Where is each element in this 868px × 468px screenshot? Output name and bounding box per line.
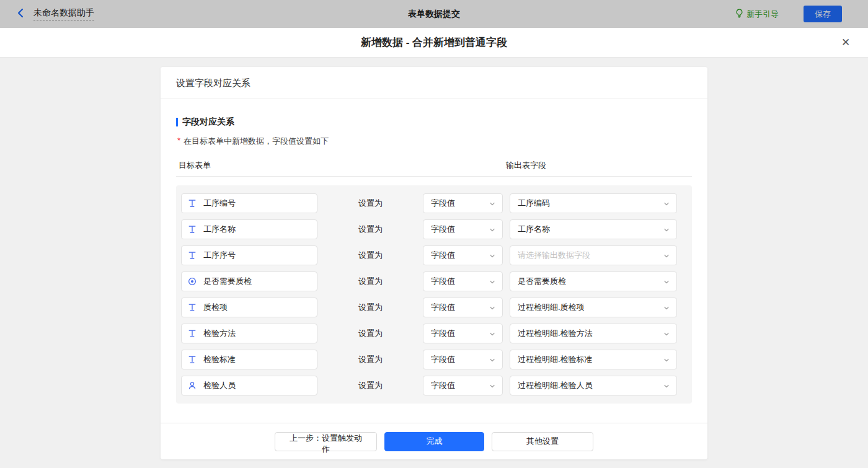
target-field-box[interactable]: 检验标准 [181,350,317,369]
target-field-label: 检验标准 [203,354,236,365]
value-mode-select[interactable]: 字段值 [423,376,503,395]
chevron-down-icon [663,305,670,311]
previous-step-button[interactable]: 上一步：设置触发动作 [275,432,377,451]
chevron-down-icon [489,253,495,259]
target-field-box[interactable]: 工序编号 [181,193,317,213]
value-mode-value: 字段值 [431,224,455,235]
column-output-fields: 输出表字段 [506,160,546,171]
set-as-label: 设置为 [358,224,383,235]
value-mode-value: 字段值 [431,354,455,365]
target-field-box[interactable]: 检验人员 [181,376,317,395]
value-mode-select[interactable]: 字段值 [423,350,503,369]
mapping-row: 质检项 设置为 字段值 过程检明细.质检项 [181,298,687,317]
value-mode-value: 字段值 [431,276,455,287]
value-mode-select[interactable]: 字段值 [423,193,503,213]
chevron-down-icon [489,357,495,363]
text-field-icon [188,329,197,338]
lightbulb-icon [735,9,743,20]
target-field-box[interactable]: 工序序号 [181,245,317,265]
column-headers: 目标表单 输出表字段 [176,160,692,170]
value-mode-select[interactable]: 字段值 [423,272,503,291]
chevron-down-icon [663,253,670,259]
text-field-icon [188,329,197,338]
mapping-row: 是否需要质检 设置为 字段值 是否需要质检 [181,272,687,291]
chevron-down-icon [489,331,495,337]
radio-field-icon [188,277,197,286]
output-field-select[interactable]: 是否需要质检 [510,272,677,291]
output-field-select[interactable]: 过程检明细.检验人员 [510,376,677,395]
chevron-down-icon [663,357,670,363]
chevron-down-icon [489,279,495,285]
top-app-bar: 未命名数据助手 表单数据提交 新手引导 保存 [0,0,868,28]
chevron-down-icon [663,331,670,337]
beginner-guide-label: 新手引导 [746,9,779,20]
section-accent-bar [176,118,178,126]
output-field-select[interactable]: 工序编码 [510,193,677,213]
output-field-value: 工序编码 [518,198,550,209]
target-field-box[interactable]: 工序名称 [181,219,317,239]
chevron-down-icon [663,383,670,389]
card-footer: 上一步：设置触发动作 完成 其他设置 [161,423,707,459]
output-field-select[interactable]: 工序名称 [510,219,677,239]
set-as-label: 设置为 [358,328,383,339]
section-title-label: 字段对应关系 [182,117,234,128]
beginner-guide-link[interactable]: 新手引导 [735,9,779,20]
target-field-label: 是否需要质检 [203,276,252,287]
value-mode-select[interactable]: 字段值 [423,219,503,239]
value-mode-value: 字段值 [431,250,455,261]
output-field-value: 过程检明细.质检项 [518,302,585,313]
set-as-label: 设置为 [358,250,383,261]
target-field-box[interactable]: 质检项 [181,298,317,317]
section-title: 字段对应关系 [176,117,692,128]
text-field-icon [188,251,197,260]
text-field-icon [188,355,197,364]
header-divider [176,176,692,177]
chevron-down-icon [663,279,670,285]
output-field-select[interactable]: 过程检明细.质检项 [510,298,677,317]
set-as-label: 设置为 [358,354,383,365]
output-field-select[interactable]: 请选择输出数据字段 [510,245,677,265]
target-field-box[interactable]: 检验方法 [181,324,317,343]
text-field-icon [188,199,197,208]
value-mode-value: 字段值 [431,302,455,313]
mapping-row: 检验方法 设置为 字段值 过程检明细.检验方法 [181,324,687,343]
save-button[interactable]: 保存 [804,6,842,22]
output-field-value: 过程检明细.检验方法 [518,328,593,339]
value-mode-select[interactable]: 字段值 [423,324,503,343]
chevron-down-icon [489,227,495,233]
target-field-label: 检验人员 [203,380,236,391]
target-field-label: 检验方法 [203,328,236,339]
modal-header: 新增数据 - 合并新增到普通字段 ✕ [0,28,868,58]
column-target-form: 目标表单 [179,160,211,171]
text-field-icon [188,225,197,234]
close-icon[interactable]: ✕ [839,37,852,49]
target-field-box[interactable]: 是否需要质检 [181,272,317,291]
finish-button[interactable]: 完成 [384,432,484,451]
chevron-down-icon [489,201,495,207]
value-mode-value: 字段值 [431,380,455,391]
mapping-row: 检验标准 设置为 字段值 过程检明细.检验标准 [181,350,687,369]
card-title: 设置字段对应关系 [161,67,707,99]
text-field-icon [188,225,197,234]
text-field-icon [188,303,197,312]
user-field-icon [188,381,197,390]
set-as-label: 设置为 [358,380,383,391]
set-as-label: 设置为 [358,276,383,287]
value-mode-select[interactable]: 字段值 [423,298,503,317]
output-field-select[interactable]: 过程检明细.检验标准 [510,350,677,369]
user-field-icon [188,381,197,390]
value-mode-value: 字段值 [431,198,455,209]
mapping-row: 工序序号 设置为 字段值 请选择输出数据字段 [181,245,687,265]
output-field-value: 过程检明细.检验人员 [518,380,593,391]
modal-body: 设置字段对应关系 字段对应关系 * 在目标表单中新增数据，字段值设置如下 目标表… [0,58,868,468]
value-mode-value: 字段值 [431,328,455,339]
text-field-icon [188,199,197,208]
target-field-label: 质检项 [203,302,228,313]
set-as-label: 设置为 [358,302,383,313]
mapping-row: 工序编号 设置为 字段值 工序编码 [181,193,687,213]
other-settings-button[interactable]: 其他设置 [492,432,593,451]
output-field-select[interactable]: 过程检明细.检验方法 [510,324,677,343]
value-mode-select[interactable]: 字段值 [423,245,503,265]
text-field-icon [188,251,197,260]
target-field-label: 工序名称 [203,224,236,235]
